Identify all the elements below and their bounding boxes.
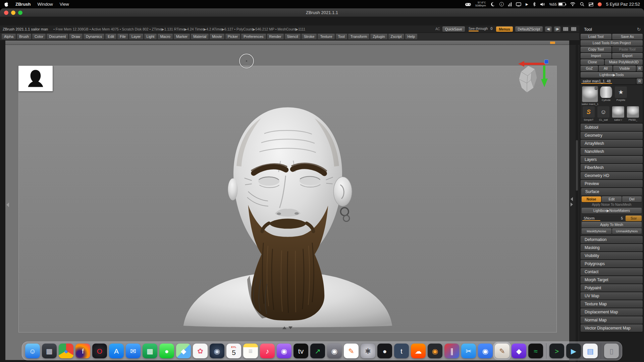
zbrush-menu-button[interactable]: Macro [158, 34, 173, 40]
dock-app-icon-parallels[interactable]: ∥ [444, 344, 459, 358]
canvas-vertical-scrollbar[interactable] [576, 45, 578, 362]
zbrush-menu-button[interactable]: File [117, 34, 128, 40]
menubar-item-view[interactable]: View [60, 2, 69, 7]
zbrush-menu-button[interactable]: Movie [210, 34, 224, 40]
zbrush-menu-button[interactable]: Material [191, 34, 209, 40]
zbrush-menu-button[interactable]: Help [405, 34, 418, 40]
scroll-up-icon[interactable] [282, 326, 286, 329]
subpalette-header[interactable]: Deformation [581, 236, 643, 243]
zbrush-menu-button[interactable]: Zscript [388, 34, 404, 40]
dock-app-icon-mail[interactable]: ✉ [126, 344, 141, 358]
display-icon[interactable] [516, 2, 521, 7]
menus-toggle-button[interactable]: Menus [496, 26, 513, 32]
mask-by-noise-button[interactable]: MaskByNoise [582, 228, 611, 234]
make-polymesh3d-button[interactable]: Make PolyMesh3D [605, 59, 643, 65]
subpalette-header[interactable]: Polygroups [581, 260, 643, 267]
zbrush-menu-button[interactable]: Zplugin [370, 34, 387, 40]
apple-menu-icon[interactable] [4, 2, 9, 7]
dock-app-icon-opera[interactable]: O [92, 344, 107, 358]
chevron-right-icon[interactable] [571, 202, 573, 206]
tool-thumbnail[interactable]: 7 sailor man1_1 [582, 86, 598, 106]
dock-app-icon-tumblr[interactable]: t [394, 344, 409, 358]
copy-tool-button[interactable]: Copy Tool [581, 47, 611, 52]
dock-app-icon-terminal[interactable]: > [549, 344, 564, 358]
current-tool-slider[interactable]: sailor man1_1. 48 [581, 78, 636, 84]
clone-button[interactable]: Clone [581, 59, 604, 65]
document-scroll-arrows[interactable] [282, 326, 292, 329]
subpalette-header[interactable]: Visibility [581, 252, 643, 259]
dock-app-icon-spotify[interactable]: ≈ [528, 344, 543, 358]
zbrush-menu-button[interactable]: Light [144, 34, 157, 40]
info-icon[interactable]: i [499, 2, 504, 6]
zbrush-menu-button[interactable]: Alpha [2, 34, 16, 40]
dock-app-icon-launchpad[interactable]: ▦ [42, 344, 57, 358]
dock-app-icon-quicktime[interactable]: ▶ [566, 344, 581, 358]
dock-app-icon-finder[interactable]: ☺ [25, 344, 40, 358]
save-as-button[interactable]: Save As [612, 34, 643, 40]
dock-app-icon-music[interactable]: ♪ [260, 344, 275, 358]
subpalette-header[interactable]: NanoMesh [581, 148, 643, 155]
brush-cursor[interactable] [239, 54, 254, 68]
zbrush-menu-button[interactable]: Edit [105, 34, 116, 40]
noise-button[interactable]: Noise [582, 196, 601, 202]
default-zscript-button[interactable]: DefaultZScript [515, 26, 543, 32]
goz-r-button[interactable]: R [637, 66, 643, 71]
dock-app-icon-steam[interactable]: ◉ [210, 344, 224, 358]
dock-app-icon-notes[interactable]: ≡ [243, 344, 258, 358]
zbrush-menu-button[interactable]: Transform [348, 34, 370, 40]
noise-edit-button[interactable]: Edit [602, 196, 621, 202]
close-button[interactable] [4, 10, 8, 15]
alpha-thumbnail[interactable] [18, 66, 53, 91]
subpalette-header[interactable]: Subtool [581, 124, 643, 131]
zbrush-menu-button[interactable]: Marker [174, 34, 190, 40]
dock-app-icon-drawing-app[interactable]: ✎ [344, 344, 359, 358]
zbrush-menu-button[interactable]: Render [267, 34, 284, 40]
load-tools-from-project-button[interactable]: Load Tools From Project [581, 40, 643, 46]
zbrush-menu-button[interactable]: Color [32, 34, 46, 40]
undo-history-right[interactable]: ||||▶ [554, 26, 560, 32]
wifi-icon[interactable] [570, 2, 576, 7]
play-icon[interactable]: ▶ [526, 2, 528, 7]
scrollbar-thumb[interactable] [576, 140, 578, 191]
subpalette-header[interactable]: Preview [581, 180, 643, 187]
zbrush-menu-button[interactable]: Picker [225, 34, 240, 40]
document-area[interactable] [18, 66, 557, 333]
dock-app-icon-blender[interactable]: ◉ [428, 344, 442, 358]
dock-app-icon-scissors-app[interactable]: ✂ [461, 344, 476, 358]
subpalette-header[interactable]: Masking [581, 244, 643, 251]
spotlight-icon[interactable] [580, 2, 584, 7]
zbrush-menu-button[interactable]: Brush [17, 34, 31, 40]
battery-indicator[interactable]: %55 [549, 2, 566, 6]
suv-button[interactable]: Suv [626, 216, 642, 221]
lightbox-tools-button[interactable]: Lightbox▶Tools [581, 72, 643, 78]
game-controller-icon[interactable] [465, 2, 471, 7]
orientation-gizmo[interactable] [512, 58, 548, 99]
dock-app-icon-settings[interactable]: ✱ [361, 344, 375, 358]
menubar-clock[interactable]: 5 Eylül Paz 22:52 [606, 2, 640, 7]
control-center-icon[interactable] [589, 2, 593, 7]
zbrush-menu-button[interactable]: Dynamics [84, 34, 104, 40]
canvas-top-scrollbar[interactable] [5, 41, 569, 45]
zbrush-menu-button[interactable]: Stroke [302, 34, 317, 40]
quicksave-button[interactable]: QuickSave [442, 26, 465, 32]
subpalette-header-clipped[interactable]: Vector Displacement Map [581, 324, 643, 332]
subpalette-header[interactable]: FiberMesh [581, 164, 643, 171]
lightbox-noisemakers-button[interactable]: Lightbox▶NoiseMakers [582, 208, 642, 214]
minimize-button[interactable] [11, 10, 15, 15]
subpalette-header[interactable]: ArrayMesh [581, 140, 643, 147]
tool-thumbnail[interactable]: SimpleT [582, 106, 596, 121]
subpalette-header[interactable]: Contact [581, 268, 643, 276]
tool-thumbnail[interactable]: PM3D_ [626, 106, 640, 121]
left-tray-collapse-icon[interactable] [6, 202, 9, 207]
subpalette-header[interactable]: Texture Map [581, 300, 643, 308]
window-titlebar[interactable]: ZBrush 2021.1.1 [0, 8, 644, 17]
tool-thumbnail[interactable]: CL_sail [596, 106, 610, 121]
sculpt-canvas[interactable] [5, 45, 569, 360]
menubar-app-name[interactable]: ZBrush [15, 2, 31, 7]
dock-app-icon-obs[interactable]: ● [377, 344, 392, 358]
do-not-disturb-icon[interactable] [490, 2, 495, 7]
subpalette-header[interactable]: UV Map [581, 292, 643, 300]
zbrush-menu-button[interactable]: Texture [318, 34, 334, 40]
goz-button[interactable]: GoZ [581, 66, 598, 71]
dock-app-icon-app-store[interactable]: A [109, 344, 124, 358]
